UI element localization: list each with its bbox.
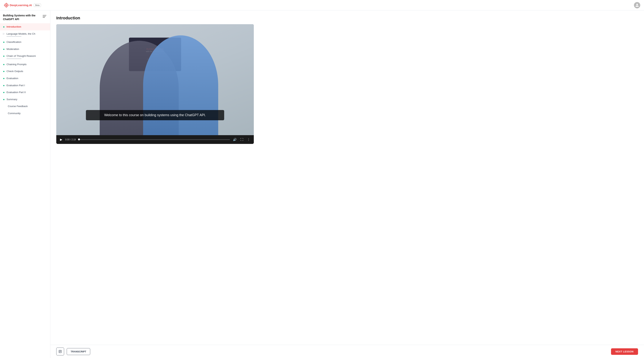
progress-bar [6,36,22,37]
user-avatar[interactable] [634,2,640,8]
sidebar-item-evaluation[interactable]: ● Evaluation [0,75,50,82]
sidebar-title: Building Systems with the ChatGPT API [3,14,36,21]
menu-line-2 [43,16,46,16]
sidebar-item-label: Summary [6,98,17,101]
sidebar-item-label: Language Models, the Ch [6,32,36,35]
play-pause-button[interactable]: ▶ [59,137,63,142]
app-header: DeepLearning.AI Beta [0,0,644,10]
sidebar-item-classification[interactable]: ● Classification [0,38,50,46]
sidebar-item-check-outputs[interactable]: ● Check Outputs [0,68,50,75]
content-area: Introduction Building Systems with the C… [50,10,644,358]
subtitle-bar: Welcome to this course on building syste… [86,110,224,120]
check-icon: ● [3,77,5,80]
more-options-button[interactable]: ⋮ [246,137,251,142]
time-display: 0:00 / 2:19 [65,138,76,141]
sidebar-item-label: Evaluation Part II [6,91,26,94]
sidebar-item-chaining-prompts[interactable]: ● Chaining Prompts [0,61,50,68]
nav-content: Chain of Thought Reasoni [6,54,36,59]
progress-bar [6,58,22,59]
sidebar-item-label: Evaluation [6,77,18,80]
menu-line-1 [43,15,46,15]
nav-content: Check Outputs [6,70,23,73]
play-icon: ▷ [3,32,5,35]
video-controls: ▶ 0:00 / 2:19 🔊 ⛶ ⋮ [56,135,254,144]
nav-content: Evaluation Part II [6,91,26,94]
check-icon: ● [3,98,5,101]
notebook-icon [58,350,62,353]
logo-text: DeepLearning.AI [10,3,32,7]
check-icon: ● [3,40,5,43]
menu-line-3 [43,17,45,18]
sidebar-item-evaluation-part-2[interactable]: ● Evaluation Part II [0,89,50,96]
sidebar-item-label: Moderation [6,47,19,51]
nav-content: Community [8,112,20,115]
sidebar-item-evaluation-part-1[interactable]: ● Evaluation Part I [0,82,50,89]
fullscreen-button[interactable]: ⛶ [240,137,244,142]
sidebar-item-community[interactable]: Community [0,110,50,117]
sidebar: Building Systems with the ChatGPT API ● … [0,10,50,358]
page-title: Introduction [56,16,638,20]
sidebar-item-label: Community [8,112,20,115]
sidebar-item-label: Classification [6,40,22,44]
nav-content: Introduction [6,25,21,28]
time-current: 0:00 [65,138,70,141]
video-container: Building Systems with the ChatGPT API Ov… [56,24,254,144]
sidebar-item-label: Introduction [6,25,21,28]
check-icon: ● [3,70,5,73]
sidebar-item-label: Course Feedback [8,105,28,108]
nav-content: Summary [6,98,17,101]
check-icon: ● [3,63,5,66]
nav-content: Moderation [6,47,19,51]
beta-badge: Beta [34,3,41,7]
progress-track[interactable] [78,139,230,140]
progress-dot [78,138,80,140]
sidebar-item-language-models[interactable]: ▷ Language Models, the Ch [0,30,50,39]
video-frame[interactable]: Building Systems with the ChatGPT API Ov… [56,24,254,135]
sidebar-item-moderation[interactable]: ● Moderation [0,46,50,53]
nav-content: Classification [6,40,22,44]
sidebar-item-summary[interactable]: ● Summary [0,96,50,103]
transcript-button[interactable]: TRANSCRIPT [67,348,90,355]
nav-content: Evaluation Part I [6,84,25,87]
header-left: DeepLearning.AI Beta [4,2,41,8]
logo-link[interactable]: DeepLearning.AI [4,2,32,8]
check-icon: ● [3,84,5,87]
nav-content: Language Models, the Ch [6,32,36,37]
sidebar-item-label: Evaluation Part I [6,84,25,87]
check-icon: ● [3,48,5,50]
sidebar-title-row: Building Systems with the ChatGPT API [0,10,50,23]
bottom-toolbar: TRANSCRIPT NEXT LESSON [50,345,644,358]
sidebar-item-label: Chaining Prompts [6,63,26,66]
time-total: 2:19 [71,138,76,141]
notebook-button[interactable] [56,348,64,356]
check-icon: ● [3,54,5,57]
sidebar-item-course-feedback[interactable]: Course Feedback [0,103,50,110]
subtitle-text: Welcome to this course on building syste… [93,113,217,118]
nav-content: Course Feedback [8,105,28,108]
check-icon: ● [3,25,5,28]
nav-content: Chaining Prompts [6,63,26,66]
sidebar-item-chain-of-thought[interactable]: ● Chain of Thought Reasoni [0,52,50,61]
next-lesson-button[interactable]: NEXT LESSON [611,348,638,355]
sidebar-item-label: Chain of Thought Reasoni [6,54,36,58]
next-lesson-label: NEXT LESSON [616,350,634,353]
sidebar-item-label: Check Outputs [6,70,23,73]
svg-point-2 [6,5,7,6]
sidebar-item-introduction[interactable]: ● Introduction [0,23,50,30]
volume-button[interactable]: 🔊 [232,137,238,142]
check-icon: ● [3,91,5,94]
menu-toggle-button[interactable] [42,14,47,19]
main-layout: Building Systems with the ChatGPT API ● … [0,10,644,358]
deeplearning-logo-icon [4,2,9,8]
nav-content: Evaluation [6,77,18,80]
transcript-label: TRANSCRIPT [70,350,86,353]
user-icon [635,3,639,7]
